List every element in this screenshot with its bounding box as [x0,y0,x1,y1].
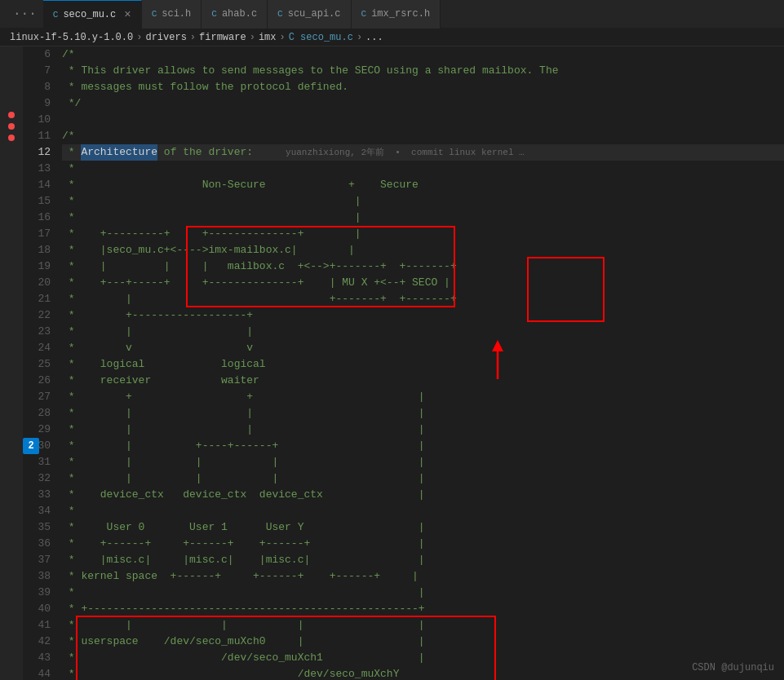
linenum-42: 42 [23,634,51,650]
linenum-10: 10 [23,112,51,128]
line-numbers: 6 7 8 9 10 11 12 13 14 15 16 17 18 19 20… [23,46,57,680]
code-line-28: * | | | [62,405,784,422]
architecture-highlight: Architecture [81,144,157,161]
tab-ahab[interactable]: C ahab.c [202,0,268,29]
code-line-19: * | | | mailbox.c +<-->+-------+ +------… [62,258,784,275]
code-line-40: * +-------------------------------------… [62,601,784,617]
tab-icon-sci: C [152,9,157,19]
breadcrumb-sep-4: › [279,32,285,43]
breadcrumb: linux-lf-5.10.y-1.0.0 › drivers › firmwa… [0,29,784,46]
app-container: ··· C seco_mu.c × C sci.h C ahab.c C scu… [0,0,784,680]
tab-seco-mu[interactable]: C seco_mu.c × [43,0,142,29]
code-line-12: * Architecture of the driver:yuanzhixion… [62,144,784,161]
code-line-41: * | | | | [62,617,784,634]
code-line-7: * This driver allows to send messages to… [62,63,784,79]
code-line-30: * | +----+------+ | [62,438,784,454]
breadcrumb-part-1[interactable]: linux-lf-5.10.y-1.0.0 [10,32,133,43]
tab-imx-rsrc[interactable]: C imx_rsrc.h [352,0,441,29]
tab-label-imx-rsrc: imx_rsrc.h [371,8,430,20]
linenum-9: 9 [23,95,51,112]
code-line-8: * messages must follow the protocol defi… [62,79,784,95]
linenum-6: 6 [23,46,51,63]
linenum-25: 25 [23,356,51,373]
code-line-34: * [62,503,784,519]
linenum-39: 39 [23,585,51,601]
linenum-41: 41 [23,617,51,634]
linenum-34: 34 [23,503,51,519]
code-line-11: /* [62,128,784,144]
code-line-29: * | | | [62,422,784,438]
breadcrumb-part-2[interactable]: drivers [145,32,186,43]
git-blame-text: yuanzhixiong, 2年前 • commit linux kernel … [286,144,525,161]
breadcrumb-sep-5: › [357,32,362,43]
breadcrumb-part-6: ... [365,32,383,43]
linenum-37: 37 [23,552,51,568]
breadcrumb-sep-3: › [250,32,255,43]
gutter-dot-2 [8,123,15,130]
linenum-7: 7 [23,63,51,79]
code-line-16: * | [62,210,784,226]
tab-icon-seco-mu: C [53,10,59,20]
code-line-44: * /dev/seco_muXchY [62,666,784,680]
code-line-43: * /dev/seco_muXch1 | [62,650,784,666]
tab-close-seco-mu[interactable]: × [124,8,131,21]
linenum-44: 44 [23,666,51,680]
gutter-dot-1 [8,112,15,118]
code-line-39: * | [62,585,784,601]
tab-label-scu-api: scu_api.c [288,8,341,20]
linenum-33: 33 [23,487,51,503]
main-area: 6 7 8 9 10 11 12 13 14 15 16 17 18 19 20… [0,46,784,680]
linenum-35: 35 [23,519,51,536]
tab-menu-icon[interactable]: ··· [7,7,43,21]
linenum-21: 21 [23,291,51,307]
linenum-22: 22 [23,307,51,324]
code-line-35: * User 0 User 1 User Y | [62,519,784,536]
code-line-38: * kernel space +------+ +------+ +------… [62,568,784,585]
scroll-badge: 2 [23,438,39,454]
code-line-24: * v v [62,340,784,356]
code-line-13: * [62,161,784,177]
code-line-10 [62,112,784,128]
linenum-14: 14 [23,177,51,193]
tab-scu-api[interactable]: C scu_api.c [268,0,351,29]
linenum-20: 20 [23,275,51,291]
code-line-33: * device_ctx device_ctx device_ctx | [62,487,784,503]
breadcrumb-part-3[interactable]: firmware [199,32,246,43]
code-line-25: * logical logical [62,356,784,373]
breadcrumb-sep-2: › [190,32,196,43]
code-line-27: * + + | [62,389,784,405]
code-line-42: * userspace /dev/seco_muXch0 | | [62,634,784,650]
editor[interactable]: 6 7 8 9 10 11 12 13 14 15 16 17 18 19 20… [23,46,784,680]
linenum-40: 40 [23,601,51,617]
code-line-32: * | | | | [62,470,784,487]
linenum-15: 15 [23,193,51,210]
code-line-9: */ [62,95,784,112]
linenum-12: 12 [23,144,51,161]
linenum-28: 28 [23,405,51,422]
linenum-31: 31 [23,454,51,470]
tab-icon-scu-api: C [277,9,283,19]
linenum-43: 43 [23,650,51,666]
code-line-36: * +------+ +------+ +------+ | [62,536,784,552]
code-line-22: * +------------------+ [62,307,784,324]
linenum-16: 16 [23,210,51,226]
linenum-18: 18 [23,242,51,258]
code-line-37: * |misc.c| |misc.c| |misc.c| | [62,552,784,568]
linenum-11: 11 [23,128,51,144]
code-line-31: * | | | | [62,454,784,470]
scroll-badge-label: 2 [28,440,33,452]
code-line-21: * | +-------+ +-------+ [62,291,784,307]
tab-label-ahab: ahab.c [222,8,257,20]
tab-sci[interactable]: C sci.h [142,0,202,29]
breadcrumb-part-4[interactable]: imx [259,32,277,43]
code-line-15: * | [62,193,784,210]
code-line-18: * |seco_mu.c+<---->imx-mailbox.c| | [62,242,784,258]
code-line-20: * +---+-----+ +--------------+ | MU X +<… [62,275,784,291]
watermark: CSDN @dujunqiu [692,662,774,673]
code-line-23: * | | [62,324,784,340]
tab-label-seco-mu: seco_mu.c [63,9,116,20]
tab-label-sci: sci.h [162,8,191,20]
tab-bar: ··· C seco_mu.c × C sci.h C ahab.c C scu… [0,0,784,29]
breadcrumb-part-5[interactable]: C seco_mu.c [289,32,353,43]
linenum-29: 29 [23,422,51,438]
